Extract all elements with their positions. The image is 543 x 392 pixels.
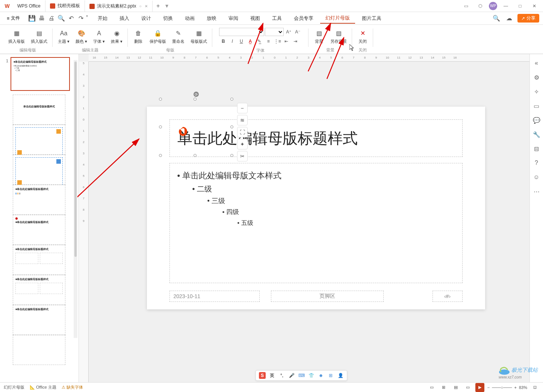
thumb-layout-2[interactable] [13, 125, 65, 155]
status-theme[interactable]: 📐 Office 主题 [30, 384, 56, 390]
view-normal-icon[interactable]: ⊞ [439, 383, 448, 392]
tab-document[interactable]: 演示文稿素材2.pptx○✕ [85, 0, 153, 12]
rp-star-icon[interactable]: ✧ [532, 87, 541, 96]
qat-redo-icon[interactable]: ↷ [76, 14, 85, 23]
color-button[interactable]: 🎨颜色 ▾ [73, 28, 89, 45]
font-color-button[interactable]: A̲ [246, 37, 254, 45]
menu-picture-tools[interactable]: 图片工具 [357, 14, 387, 23]
tab-menu-icon[interactable]: ○ [139, 4, 142, 8]
fit-window-icon[interactable]: ⊡ [530, 383, 539, 392]
font-size-select[interactable] [265, 28, 284, 36]
close-master-button[interactable]: ✕关闭 [355, 28, 370, 45]
placeholder-title[interactable]: 单击此处编辑母版标题样式 [169, 119, 463, 157]
rp-feedback-icon[interactable]: ☺ [532, 173, 541, 182]
minimize-button[interactable]: — [500, 0, 511, 12]
tab-dropdown-icon[interactable]: ▾ [165, 2, 168, 9]
thumb-layout-3[interactable] [13, 155, 65, 185]
body-level-1[interactable]: 单击此处编辑母版文本样式 [177, 169, 455, 182]
float-tools-icon[interactable]: ✂ [237, 151, 248, 161]
effect-button[interactable]: ◉效果 ▾ [109, 28, 125, 45]
numbering-button[interactable]: ⋮≡ [273, 37, 281, 45]
search-icon[interactable]: 🔍 [492, 14, 501, 23]
insert-layout-button[interactable]: ▤插入版式 [29, 28, 50, 45]
resize-handle-w[interactable] [159, 125, 162, 128]
rename-button[interactable]: ✎重命名 [170, 28, 187, 45]
inserted-image-office-logo[interactable] [177, 125, 189, 137]
thumb-layout-6[interactable]: ■单击此处编辑母版标题样式 [13, 245, 65, 275]
rotate-handle-icon[interactable]: ⟳ [194, 92, 199, 97]
theme-button[interactable]: Aa主题 ▾ [56, 28, 72, 45]
tab-close-icon[interactable]: ✕ [145, 4, 148, 8]
view-reading-icon[interactable]: ▭ [463, 383, 472, 392]
placeholder-date[interactable]: 2023-10-11 [169, 291, 260, 302]
zoom-out-button[interactable]: − [487, 385, 490, 390]
save-background-button[interactable]: ▧另存背景 [328, 28, 349, 45]
menu-design[interactable]: 设计 [136, 14, 156, 23]
highlight-button[interactable]: ✎̲ [255, 37, 263, 45]
menu-insert[interactable]: 插入 [114, 14, 135, 23]
menu-start[interactable]: 开始 [92, 14, 113, 23]
cube-icon[interactable]: ⬡ [475, 0, 486, 12]
view-notes-icon[interactable]: ▭ [427, 383, 436, 392]
ime-face-icon[interactable]: ☻ [318, 372, 324, 379]
ime-punct-icon[interactable]: °, [278, 372, 285, 379]
protect-master-button[interactable]: 🔒保护母版 [147, 28, 168, 45]
thumbnail-scrollbar[interactable] [74, 60, 77, 338]
thumb-layout-8[interactable]: ■单击此处编辑母版标题样式 [13, 305, 65, 335]
ime-lang-button[interactable]: 英 [269, 372, 275, 379]
thumbnail-panel[interactable]: 1 ■单击此处编辑母版标题样式▪单击此处编辑母版文本样式 ▪二级 ▪三级 单击此… [0, 54, 79, 382]
menu-animation[interactable]: 动画 [180, 14, 200, 23]
file-menu-button[interactable]: ≡文件 [4, 14, 23, 23]
ime-toolbox-icon[interactable]: ⊞ [327, 372, 334, 379]
bullets-button[interactable]: ≡ [264, 37, 272, 45]
slide-canvas[interactable]: 单击此处编辑母版标题样式 单击此处编辑母版文本样式 二级 三级 四级 五级 20… [147, 107, 485, 309]
rp-help-icon[interactable]: ? [532, 158, 541, 167]
menu-view[interactable]: 视图 [245, 14, 265, 23]
placeholder-body[interactable]: 单击此处编辑母版文本样式 二级 三级 四级 五级 [169, 163, 463, 283]
float-zoom-out-icon[interactable]: − [237, 103, 248, 113]
resize-handle-n[interactable] [194, 98, 197, 101]
maximize-button[interactable]: □ [514, 0, 526, 12]
resize-handle-nw[interactable] [159, 98, 162, 101]
thumb-layout-5[interactable]: ■单击此处编辑母版标题样式 [13, 215, 65, 245]
resize-handle-ne[interactable] [230, 98, 233, 101]
body-level-3[interactable]: 三级 [207, 195, 455, 207]
placeholder-footer[interactable]: 页脚区 [271, 291, 384, 302]
ime-keyboard-icon[interactable]: ⌨ [298, 372, 305, 379]
thumb-master-slide[interactable]: ■单击此处编辑母版标题样式▪单击此处编辑母版文本样式 ▪二级 ▪三级 [11, 57, 70, 91]
insert-master-button[interactable]: ▦插入母版 [6, 28, 27, 45]
rp-wrench-icon[interactable]: 🔧 [532, 130, 541, 139]
menu-transition[interactable]: 切换 [158, 14, 178, 23]
tab-templates[interactable]: 找稻壳模板 [45, 0, 85, 12]
body-level-4[interactable]: 四级 [222, 207, 455, 218]
rp-more-icon[interactable]: ⋯ [532, 187, 541, 196]
ime-voice-icon[interactable]: 🎤 [288, 372, 295, 379]
rp-collapse-icon[interactable]: « [532, 59, 541, 68]
tab-wps-home[interactable]: WPS Office [13, 0, 45, 12]
delete-button[interactable]: 🗑删除 [131, 28, 146, 45]
status-font-warning[interactable]: ⚠ 缺失字体 [62, 384, 83, 390]
resize-handle-sw[interactable] [159, 154, 162, 157]
ime-toolbar[interactable]: S 英 °, 🎤 ⌨ 👕 ☻ ⊞ 👤 [256, 370, 347, 381]
decrease-indent-button[interactable]: ⇤ [282, 37, 290, 45]
qat-undo-icon[interactable]: ↶ [67, 14, 76, 23]
thumb-layout-9[interactable] [13, 335, 65, 365]
cloud-sync-icon[interactable]: ☁ [505, 14, 514, 23]
close-window-button[interactable]: ✕ [529, 0, 540, 12]
user-avatar[interactable]: WP [489, 2, 497, 10]
background-button[interactable]: ▧背景 [312, 28, 327, 45]
thumb-layout-1[interactable]: 单击此处编辑母版标题样式 [13, 95, 65, 125]
qat-dropdown-icon[interactable]: ▾ [86, 14, 88, 23]
italic-button[interactable]: I [228, 37, 236, 45]
rp-adjust-icon[interactable]: ⚙ [532, 73, 541, 82]
zoom-slider[interactable]: ───○─── [492, 385, 512, 390]
underline-button[interactable]: U [237, 37, 245, 45]
qat-find-icon[interactable]: 🔍 [57, 14, 66, 23]
float-ai-icon[interactable]: ✦ [237, 139, 248, 149]
view-slideshow-icon[interactable]: ▶ [475, 383, 484, 392]
layout-format-button[interactable]: ▦母版版式 [188, 28, 209, 45]
placeholder-page-number[interactable]: ‹#› [433, 291, 463, 302]
float-layers-icon[interactable]: ≋ [237, 115, 248, 125]
font-theme-button[interactable]: A字体 ▾ [91, 28, 107, 45]
rp-present-icon[interactable]: ▭ [532, 101, 541, 110]
